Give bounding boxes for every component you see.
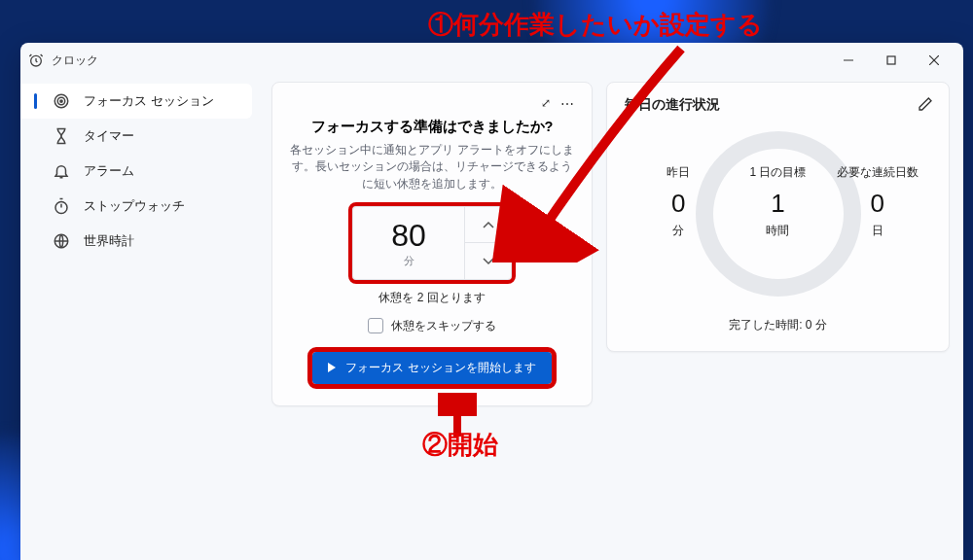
sidebar-item-label: アラーム [84, 162, 134, 180]
duration-unit: 分 [404, 254, 414, 268]
progress-title: 毎日の進行状況 [625, 96, 931, 114]
maximize-button[interactable] [870, 46, 913, 75]
content: ⤢ ⋯ フォーカスする準備はできましたか? 各セッション中に通知とアプリ アラー… [262, 78, 963, 560]
sidebar-item-focus-sessions[interactable]: フォーカス セッション [20, 84, 252, 119]
sidebar-item-timer[interactable]: タイマー [20, 119, 262, 154]
decrement-button[interactable] [465, 243, 511, 279]
expand-icon[interactable]: ⤢ [541, 96, 551, 116]
breaks-text: 休憩を 2 回とります [290, 290, 574, 306]
daily-progress-card: 毎日の進行状況 昨日 0 分 1 日の目標 1 時間 必要な連続日数 [606, 82, 950, 352]
titlebar: クロック [20, 43, 963, 78]
focus-title: フォーカスする準備はできましたか? [290, 118, 574, 136]
stopwatch-icon [53, 197, 70, 215]
skip-breaks-label: 休憩をスキップする [391, 318, 496, 334]
sidebar-item-stopwatch[interactable]: ストップウォッチ [20, 189, 262, 224]
app-window: クロック フォーカス セッション タイマー アラーム [20, 43, 963, 560]
hourglass-icon [53, 127, 70, 145]
sidebar-item-label: タイマー [84, 127, 134, 145]
start-button-label: フォーカス セッションを開始します [345, 360, 535, 376]
svg-point-7 [60, 100, 62, 102]
focus-setup-card: ⤢ ⋯ フォーカスする準備はできましたか? 各セッション中に通知とアプリ アラー… [271, 82, 593, 406]
bell-icon [53, 162, 70, 180]
duration-value: 80 [391, 218, 426, 254]
play-icon [328, 363, 336, 372]
stat-daily-goal: 1 日の目標 1 時間 [728, 164, 827, 239]
stats-row: 昨日 0 分 1 日の目標 1 時間 必要な連続日数 0 日 [625, 164, 931, 239]
start-focus-button[interactable]: フォーカス セッションを開始します [312, 352, 551, 384]
pencil-icon[interactable] [918, 96, 933, 116]
more-icon[interactable]: ⋯ [560, 96, 574, 116]
sidebar-item-label: フォーカス セッション [84, 92, 214, 110]
sidebar: フォーカス セッション タイマー アラーム ストップウォッチ 世界時計 [20, 78, 262, 560]
skip-breaks-row[interactable]: 休憩をスキップする [290, 318, 574, 334]
focus-description: 各セッション中に通知とアプリ アラートをオフにします。長いセッションの場合は、リ… [290, 142, 574, 192]
duration-display: 80 分 [353, 207, 464, 279]
sidebar-item-label: 世界時計 [84, 232, 134, 250]
minimize-button[interactable] [827, 46, 870, 75]
alarm-clock-icon [28, 52, 44, 68]
close-button[interactable] [913, 46, 955, 75]
stat-yesterday: 昨日 0 分 [629, 164, 728, 239]
globe-icon [53, 232, 70, 250]
sidebar-item-label: ストップウォッチ [84, 197, 185, 215]
increment-button[interactable] [465, 207, 511, 244]
app-body: フォーカス セッション タイマー アラーム ストップウォッチ 世界時計 [20, 78, 963, 560]
stat-streak-needed: 必要な連続日数 0 日 [828, 164, 927, 239]
skip-breaks-checkbox[interactable] [368, 318, 383, 333]
target-icon [53, 92, 70, 110]
sidebar-item-world-clock[interactable]: 世界時計 [20, 224, 262, 259]
duration-stepper[interactable]: 80 分 [352, 206, 512, 280]
sidebar-item-alarm[interactable]: アラーム [20, 154, 262, 189]
app-title: クロック [52, 52, 98, 69]
completed-time-text: 完了した時間: 0 分 [625, 317, 931, 333]
svg-rect-2 [887, 56, 895, 64]
